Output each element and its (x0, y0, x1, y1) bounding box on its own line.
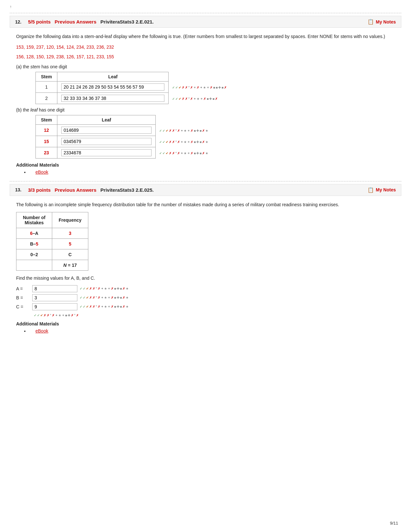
notes-icon: 📋 (367, 19, 374, 25)
q12b-row2-icons: ✓✓ ✔ ✗✗* ✗ ✦★✶ ✗■ ✚■ ✗★ (156, 136, 213, 147)
q13-col1-line2: Mistakes (24, 220, 44, 225)
table-row: 0–2 C (16, 249, 88, 260)
q12-my-notes-button[interactable]: 📋 My Notes (367, 19, 396, 25)
q12-leaf-input-1[interactable] (61, 83, 164, 91)
q12-stem-italic: stem (30, 64, 40, 69)
q12b-row2-leaf[interactable] (57, 136, 156, 147)
q13-freq-table: Number of Mistakes Frequency 6–A 3 B–5 (16, 212, 88, 271)
q13-find-text: Find the missing values for A, B, and C. (16, 275, 401, 282)
table-row: 12 ✓✓ ✔ ✗✗* ✗ ✦★✶ ✗■ ✚■ ✗★ (36, 124, 213, 136)
q12-meta: 5/5 points Previous Answers PriviteraSta… (28, 19, 367, 24)
icon-cluster-4: ✓✓ ✔ ✗✗* ✗ ✦★✶ ✗■ ✚■ ✗★ (159, 140, 209, 144)
q13-additional-materials: Additional Materials (16, 321, 401, 326)
q12-my-notes-label: My Notes (376, 19, 396, 24)
q13-meta: 3/3 points Previous Answers PriviteraSta… (28, 187, 367, 193)
q13-ebook-link[interactable]: eBook (35, 328, 48, 334)
q12-points: 5/5 points (28, 19, 51, 24)
q13-ebook-item: eBook (29, 328, 401, 334)
q13-my-notes-button[interactable]: 📋 My Notes (367, 187, 396, 193)
q12-table-a-col2: Leaf (57, 72, 169, 81)
table-row: 15 ✓✓ ✔ ✗✗* ✗ ✦★✶ ✗■ ✚■ ✗★ (36, 136, 213, 147)
q12b-row1-icons: ✓✓ ✔ ✗✗* ✗ ✦★✶ ✗■ ✚■ ✗★ (156, 124, 213, 136)
q13-label-a: A = (16, 286, 32, 291)
q13-col1-header: Number of Mistakes (16, 212, 52, 228)
q12-part-b-label: (b) the leaf has one digit (16, 107, 401, 112)
q13-input-c[interactable] (32, 303, 77, 310)
q13-icons-c: ✓✓ ✔ ✗✗* ✗ ✦★✶ ✗■ ✚■ ✗★ (79, 305, 129, 308)
icon-cluster-3: ✓✓ ✔ ✗✗* ✗ ✦★✶ ✗■ ✚■ ✗★ (159, 129, 209, 132)
q12b-row1-leaf[interactable] (57, 124, 156, 136)
q12-table-a: Stem Leaf 1 ✓✓ ✔ ✗✗* ✗ (35, 72, 231, 104)
q13-row1-freq: 3 (52, 228, 88, 239)
table-row: 1 ✓✓ ✔ ✗✗* ✗✶ ✗✦ ★✶ ✗■■ ✚■ (36, 81, 231, 92)
q12-leaf-italic: leaf (30, 107, 38, 112)
q13-body: The following is an incomplete simple fr… (10, 201, 401, 334)
q13-number: 13. (15, 187, 28, 192)
q13-title: PriviteraStats3 2.E.025. (101, 187, 154, 193)
q12-table-b-col1: Stem (36, 115, 57, 124)
table-row: B–5 5 (16, 239, 88, 249)
q12-part-a-label: (a) the stem has one digit (16, 64, 401, 69)
table-row: 6–A 3 (16, 228, 88, 239)
top-divider (10, 13, 401, 13)
icon-cluster-1: ✓✓ ✔ ✗✗* ✗✶ ✗✦ ★✶ ✗■■ ✚■ ✗ (172, 86, 227, 89)
table-row: N = 17 (16, 260, 88, 271)
q13-my-notes-label: My Notes (376, 187, 396, 192)
page-number: 9/11 (390, 521, 398, 526)
table-row: 23 ✓✓ ✔ ✗✗* ✗ ✦★✶ ✗■ ✚■ ✗★ (36, 147, 213, 158)
q12-ebook-item: eBook (29, 169, 401, 175)
table-row: 2 ✓✓ ✔ ✗✗* ✗ ✦★✶ ✗■ ✚■ ✗ (36, 92, 231, 104)
q12-leaf-input-2[interactable] (61, 95, 164, 102)
q13-answer-row-c: C = ✓✓ ✔ ✗✗* ✗ ✦★✶ ✗■ ✚■ ✗★ (16, 303, 401, 310)
q13-input-a[interactable] (32, 285, 77, 292)
q13-row4-freq: N = 17 (52, 260, 88, 271)
icon-cluster-5: ✓✓ ✔ ✗✗* ✗ ✦★✶ ✗■ ✚■ ✗★ (159, 151, 209, 155)
q12-row1-icons: ✓✓ ✔ ✗✗* ✗✶ ✗✦ ★✶ ✗■■ ✚■ ✗ (169, 81, 231, 92)
q12b-leaf-input-2[interactable] (61, 138, 152, 145)
q12-ebook-link[interactable]: eBook (35, 169, 48, 175)
q12-prev-answers: Previous Answers (55, 19, 97, 24)
q13-body-text: The following is an incomplete simple fr… (16, 201, 401, 208)
page-top-marker: ↑ (10, 3, 401, 10)
question-13-header: 13. 3/3 points Previous Answers Priviter… (10, 184, 401, 196)
q12-body: Organize the following data into a stem-… (10, 33, 401, 175)
page-footer: 9/11 (390, 521, 398, 526)
q13-label-b: B = (16, 295, 32, 300)
q12-table-b-col2: Leaf (57, 115, 156, 124)
q13-row4-mistakes (16, 260, 52, 271)
q13-answer-row-a: A = ✓✓ ✔ ✗✗* ✗ ✦★✶ ✗■ ✚■ ✗★ (16, 285, 401, 292)
q12-table-a-col1: Stem (36, 72, 57, 81)
q12b-row1-stem: 12 (36, 124, 57, 136)
q13-row3-freq: C (52, 249, 88, 260)
question-12-header: 12. 5/5 points Previous Answers Priviter… (10, 16, 401, 28)
q12b-row2-stem: 15 (36, 136, 57, 147)
mid-divider (10, 181, 401, 181)
q12-row2-icons: ✓✓ ✔ ✗✗* ✗ ✦★✶ ✗■ ✚■ ✗ (169, 92, 231, 104)
q13-input-b[interactable] (32, 294, 77, 301)
q13-row2-mistakes: B–5 (16, 239, 52, 249)
q13-row2-freq: 5 (52, 239, 88, 249)
q13-prev-answers: Previous Answers (55, 187, 97, 193)
q12-data-row2: 156, 128, 150, 129, 238, 126, 157, 121, … (16, 53, 401, 61)
q13-row3-mistakes: 0–2 (16, 249, 52, 260)
q12-title: PriviteraStats3 2.E.021. (101, 19, 154, 24)
q12b-row3-leaf[interactable] (57, 147, 156, 158)
q12-row2-leaf[interactable] (57, 92, 169, 104)
q12-number: 12. (15, 19, 28, 24)
q13-points: 3/3 points (28, 187, 51, 193)
q13-icons-a: ✓✓ ✔ ✗✗* ✗ ✦★✶ ✗■ ✚■ ✗★ (79, 287, 129, 290)
q13-answer-row-b: B = ✓✓ ✔ ✗✗* ✗ ✦★✶ ✗■ ✚■ ✗★ (16, 294, 401, 301)
q13-col2-header: Frequency (52, 212, 88, 228)
q12b-row3-icons: ✓✓ ✔ ✗✗* ✗ ✦★✶ ✗■ ✚■ ✗★ (156, 147, 213, 158)
q13-col1-line1: Number of (23, 215, 45, 220)
q12-row2-stem: 2 (36, 92, 57, 104)
q13-icons-b: ✓✓ ✔ ✗✗* ✗ ✦★✶ ✗■ ✚■ ✗★ (79, 296, 129, 299)
q12-data-row1: 153, 159, 237, 120, 154, 124, 234, 233, … (16, 43, 401, 51)
q12b-leaf-input-3[interactable] (61, 149, 152, 156)
notes-icon-13: 📋 (367, 187, 374, 193)
q12b-row3-stem: 23 (36, 147, 57, 158)
q12b-leaf-input-1[interactable] (61, 127, 152, 134)
q12-row1-leaf[interactable] (57, 81, 169, 92)
q12-row1-stem: 1 (36, 81, 57, 92)
q13-row1-mistakes: 6–A (16, 228, 52, 239)
